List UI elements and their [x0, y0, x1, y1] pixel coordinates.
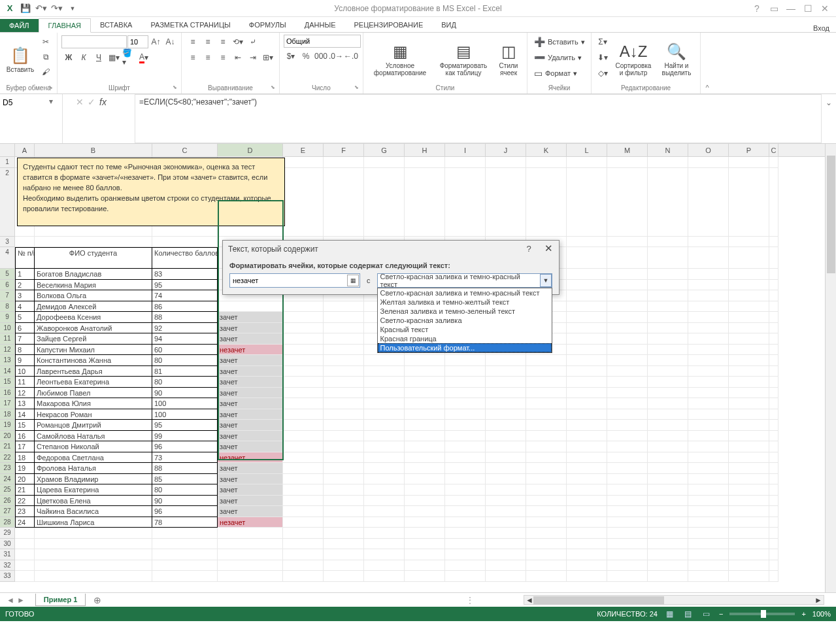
dialog-format-combo[interactable]: Светло-красная заливка и темно-красный т… [377, 273, 553, 288]
comma-icon[interactable]: 000 [314, 49, 328, 63]
cell[interactable]: незачет [218, 345, 283, 356]
cell[interactable] [405, 355, 445, 366]
cell[interactable]: Храмов Владимир [35, 474, 152, 485]
cell[interactable] [769, 388, 778, 399]
cell[interactable] [648, 355, 688, 366]
cell[interactable] [405, 366, 445, 377]
cell[interactable] [729, 517, 769, 528]
cell[interactable] [729, 290, 769, 301]
cell[interactable]: Леонтьева Екатерина [35, 377, 152, 388]
font-size-combo[interactable] [127, 35, 148, 48]
cell[interactable]: 100 [152, 409, 218, 420]
cell[interactable] [567, 366, 607, 377]
row-header[interactable]: 8 [0, 301, 15, 313]
cell[interactable]: 14 [15, 409, 35, 420]
merge-icon[interactable]: ⊞▾ [261, 50, 275, 65]
cell[interactable] [283, 431, 324, 442]
cell[interactable] [688, 355, 729, 366]
dropdown-option[interactable]: Красная граница [378, 334, 552, 343]
cell[interactable] [769, 571, 778, 582]
cell[interactable] [607, 345, 648, 356]
cell[interactable] [15, 560, 35, 571]
cell[interactable]: 95 [152, 420, 218, 431]
cell[interactable] [688, 517, 729, 528]
cell[interactable]: Веселкина Мария [35, 280, 152, 291]
cell[interactable] [405, 506, 445, 517]
tab-рецензирование[interactable]: РЕЦЕНЗИРОВАНИЕ [344, 18, 432, 32]
cell[interactable] [445, 366, 486, 377]
cell[interactable] [445, 463, 486, 474]
cell[interactable] [283, 496, 324, 507]
cell[interactable] [445, 517, 486, 528]
cell[interactable] [283, 345, 324, 356]
cell[interactable]: 24 [15, 517, 35, 528]
cell[interactable] [688, 312, 729, 323]
cell-styles-button[interactable]: ◫ Стили ячеек [494, 35, 523, 83]
cell[interactable] [445, 398, 486, 409]
sort-filter-button[interactable]: A↓Z Сортировка и фильтр [612, 35, 655, 83]
cell[interactable]: Константинова Жанна [35, 355, 152, 366]
cell[interactable] [324, 409, 364, 420]
cell[interactable] [324, 463, 364, 474]
cell[interactable] [283, 441, 324, 452]
cell[interactable] [283, 506, 324, 517]
cell[interactable]: зачет [218, 398, 283, 409]
dialog-help-icon[interactable]: ? [521, 241, 537, 256]
cell[interactable]: Любимов Павел [35, 388, 152, 399]
cell[interactable]: 88 [152, 312, 218, 323]
cell[interactable] [445, 420, 486, 431]
cell[interactable]: 95 [152, 280, 218, 291]
row-header[interactable]: 24 [0, 474, 15, 485]
cell[interactable] [769, 247, 778, 269]
redo-icon[interactable]: ↷▾ [50, 1, 64, 16]
cell[interactable] [445, 355, 486, 366]
select-all-corner[interactable] [0, 144, 15, 156]
cell[interactable]: зачет [218, 441, 283, 452]
cell[interactable] [283, 420, 324, 431]
dropdown-option[interactable]: Желтая заливка и темно-желтый текст [378, 297, 552, 307]
collapse-ribbon-icon[interactable]: ^ [701, 33, 714, 93]
cell[interactable] [729, 237, 769, 248]
cell[interactable] [15, 528, 35, 539]
cell[interactable]: Демидов Алексей [35, 301, 152, 313]
cell[interactable] [405, 431, 445, 442]
cell[interactable]: Жаворонков Анатолий [35, 323, 152, 334]
cell[interactable] [607, 247, 648, 269]
cell[interactable] [648, 431, 688, 442]
cell[interactable] [283, 168, 324, 237]
cell[interactable] [567, 333, 607, 345]
cell[interactable] [688, 301, 729, 313]
cell[interactable] [486, 571, 526, 582]
cell[interactable] [688, 377, 729, 388]
cell[interactable]: зачет [218, 506, 283, 517]
cell[interactable] [648, 506, 688, 517]
save-icon[interactable]: 💾 [18, 1, 33, 16]
cell[interactable] [648, 168, 688, 237]
cell[interactable] [607, 323, 648, 334]
cell[interactable] [607, 366, 648, 377]
scrollbar-thumb[interactable] [827, 156, 835, 273]
help-icon[interactable]: ? [748, 1, 765, 16]
cell[interactable] [152, 549, 218, 560]
cell[interactable] [567, 312, 607, 323]
cell[interactable] [526, 420, 567, 431]
enter-formula-icon[interactable]: ✓ [88, 97, 95, 107]
row-header[interactable]: 10 [0, 323, 15, 334]
cell[interactable] [324, 431, 364, 442]
cell[interactable]: 23 [15, 506, 35, 517]
cell[interactable] [218, 528, 283, 539]
cell[interactable]: 96 [152, 441, 218, 452]
cell[interactable] [526, 366, 567, 377]
cell[interactable]: 18 [15, 452, 35, 464]
cell[interactable] [324, 366, 364, 377]
cell[interactable] [15, 539, 35, 550]
row-header[interactable]: 9 [0, 312, 15, 323]
cell[interactable] [526, 528, 567, 539]
cell[interactable] [567, 280, 607, 291]
cell[interactable] [526, 388, 567, 399]
qat-customize-icon[interactable]: ▼ [65, 1, 80, 16]
cell[interactable]: зачет [218, 312, 283, 323]
fill-icon[interactable]: ⬇▾ [595, 50, 610, 65]
cell[interactable] [405, 474, 445, 485]
cell[interactable] [607, 398, 648, 409]
